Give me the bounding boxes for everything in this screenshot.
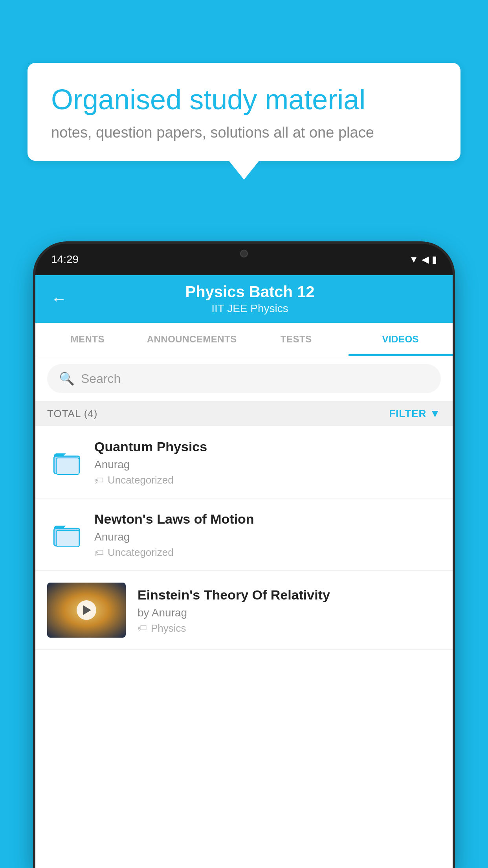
phone-status-icons: ▼ ◀ ▮	[409, 254, 437, 265]
filter-label: FILTER	[389, 408, 426, 420]
tag-label: Uncategorized	[108, 546, 174, 559]
video-title: Einstein's Theory Of Relativity	[138, 586, 441, 603]
play-icon	[83, 605, 91, 615]
phone-screen: ← Physics Batch 12 IIT JEE Physics MENTS…	[35, 275, 453, 868]
video-thumbnail	[47, 583, 126, 638]
search-icon: 🔍	[59, 371, 75, 386]
list-item[interactable]: Quantum Physics Anurag 🏷 Uncategorized	[35, 426, 453, 498]
tag-label: Uncategorized	[108, 474, 174, 486]
folder-icon	[53, 521, 81, 548]
phone-time: 14:29	[51, 253, 79, 266]
signal-icon: ◀	[422, 254, 429, 265]
tab-videos[interactable]: VIDEOS	[349, 323, 453, 356]
search-placeholder: Search	[81, 371, 121, 386]
phone-camera	[240, 250, 248, 257]
tag-label: Physics	[151, 622, 186, 634]
battery-icon: ▮	[432, 254, 437, 265]
filter-icon: ▼	[429, 407, 441, 420]
header-title-group: Physics Batch 12 IIT JEE Physics	[79, 283, 421, 315]
speech-bubble-container: Organised study material notes, question…	[28, 63, 460, 180]
tabs-container: MENTS ANNOUNCEMENTS TESTS VIDEOS	[35, 323, 453, 356]
batch-title: Physics Batch 12	[79, 283, 421, 301]
video-tag: 🏷 Physics	[138, 622, 441, 634]
speech-bubble: Organised study material notes, question…	[28, 63, 460, 161]
video-title: Newton's Laws of Motion	[94, 510, 441, 528]
total-count: TOTAL (4)	[47, 408, 97, 420]
list-item[interactable]: Newton's Laws of Motion Anurag 🏷 Uncateg…	[35, 498, 453, 571]
wifi-icon: ▼	[409, 254, 418, 265]
video-info: Newton's Laws of Motion Anurag 🏷 Uncateg…	[94, 510, 441, 559]
video-list: Quantum Physics Anurag 🏷 Uncategorized	[35, 426, 453, 650]
phone-mockup: 14:29 ▼ ◀ ▮ ← Physics Batch 12 IIT JEE P…	[35, 244, 453, 868]
video-author: Anurag	[94, 531, 441, 543]
folder-icon-container	[51, 447, 83, 478]
list-item[interactable]: Einstein's Theory Of Relativity by Anura…	[35, 571, 453, 650]
svg-rect-1	[56, 458, 79, 474]
tab-tests[interactable]: TESTS	[244, 323, 349, 356]
svg-rect-3	[56, 530, 79, 547]
video-author: Anurag	[94, 458, 441, 471]
speech-bubble-arrow	[228, 160, 260, 180]
tag-icon: 🏷	[94, 547, 104, 558]
video-tag: 🏷 Uncategorized	[94, 546, 441, 559]
speech-bubble-subtitle: notes, question papers, solutions all at…	[51, 124, 437, 141]
filter-button[interactable]: FILTER ▼	[389, 407, 441, 420]
search-container: 🔍 Search	[35, 356, 453, 401]
video-info: Quantum Physics Anurag 🏷 Uncategorized	[94, 438, 441, 486]
play-button[interactable]	[77, 600, 96, 620]
tag-icon: 🏷	[94, 475, 104, 486]
app-header: ← Physics Batch 12 IIT JEE Physics	[35, 275, 453, 323]
tag-icon: 🏷	[138, 623, 147, 634]
video-tag: 🏷 Uncategorized	[94, 474, 441, 486]
video-title: Quantum Physics	[94, 438, 441, 455]
tab-ments[interactable]: MENTS	[35, 323, 140, 356]
back-button[interactable]: ←	[51, 290, 67, 308]
folder-icon	[53, 449, 81, 476]
phone-status-bar: 14:29 ▼ ◀ ▮	[35, 244, 453, 275]
tab-announcements[interactable]: ANNOUNCEMENTS	[140, 323, 244, 356]
video-author: by Anurag	[138, 607, 441, 619]
speech-bubble-title: Organised study material	[51, 83, 437, 116]
batch-subtitle: IIT JEE Physics	[79, 302, 421, 315]
video-info: Einstein's Theory Of Relativity by Anura…	[138, 586, 441, 634]
search-bar[interactable]: 🔍 Search	[47, 364, 441, 393]
phone-notch	[209, 244, 279, 263]
folder-icon-container	[51, 519, 83, 550]
filter-bar: TOTAL (4) FILTER ▼	[35, 401, 453, 426]
